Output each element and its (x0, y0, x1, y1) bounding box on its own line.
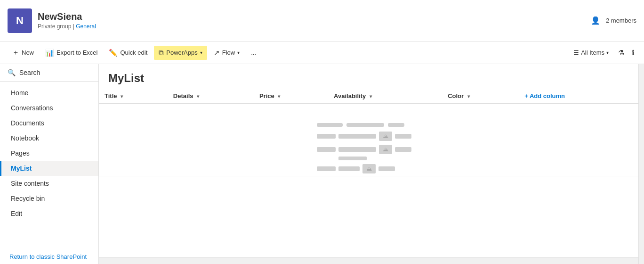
table-row: ⛰ ⛰ (99, 104, 638, 176)
site-header: N NewSiena Private group | General 👤 2 m… (0, 0, 644, 41)
info-icon[interactable]: ℹ (630, 47, 636, 59)
site-name: NewSiena (38, 11, 96, 22)
sidebar-item-label: Recycle bin (11, 195, 45, 202)
col-price[interactable]: Price ▾ (254, 89, 328, 104)
vertical-scrollbar[interactable] (638, 64, 644, 264)
sidebar-item-recycle-bin[interactable]: Recycle bin (0, 191, 98, 206)
sidebar-item-home[interactable]: Home (0, 85, 98, 100)
sidebar-nav: Home Conversations Documents Notebook Pa… (0, 82, 98, 249)
sort-icon: ▾ (197, 94, 199, 99)
sidebar-item-label: Notebook (11, 134, 39, 142)
members-label[interactable]: 2 members (606, 17, 636, 24)
main-layout: 🔍 Search Home Conversations Documents No… (0, 64, 644, 264)
excel-icon: 📊 (45, 49, 54, 57)
search-icon: 🔍 (8, 69, 16, 76)
site-info: NewSiena Private group | General (38, 11, 96, 30)
sidebar-item-label: MyList (11, 165, 32, 172)
sidebar-item-label: Conversations (11, 104, 53, 112)
list-table-container: Title ▾ Details ▾ Price ▾ Availability (99, 89, 638, 257)
col-details[interactable]: Details ▾ (168, 89, 254, 104)
flow-button[interactable]: ↗ Flow ▾ (209, 46, 244, 60)
quick-edit-label: Quick edit (120, 49, 147, 56)
site-meta: Private group | General (38, 23, 96, 30)
sidebar-item-label: Site contents (11, 180, 49, 187)
bottom-scrollbar[interactable] (99, 257, 638, 264)
quick-edit-button[interactable]: ✏️ Quick edit (104, 46, 152, 60)
all-items-button[interactable]: ☰ All Items ▾ (570, 47, 612, 58)
col-availability[interactable]: Availability ▾ (328, 89, 442, 104)
sidebar-item-documents[interactable]: Documents (0, 116, 98, 131)
sidebar-item-label: Pages (11, 149, 30, 157)
new-label: New (22, 49, 34, 56)
sidebar-item-mylist[interactable]: MyList (0, 161, 98, 176)
export-label: Export to Excel (56, 49, 97, 56)
search-label: Search (19, 69, 40, 76)
sort-icon: ▾ (467, 94, 470, 99)
sidebar-item-notebook[interactable]: Notebook (0, 131, 98, 146)
pencil-icon: ✏️ (109, 49, 118, 57)
all-items-lines-icon: ☰ (573, 49, 579, 56)
powerapps-label: PowerApps (166, 49, 197, 56)
sort-icon: ▾ (370, 94, 372, 99)
all-items-chevron-icon: ▾ (606, 50, 609, 55)
sidebar-item-label: Edit (11, 210, 22, 217)
toolbar: ＋ New 📊 Export to Excel ✏️ Quick edit ⧉ … (0, 41, 644, 64)
powerapps-chevron-icon: ▾ (200, 50, 202, 55)
flow-chevron-icon: ▾ (237, 50, 240, 55)
all-items-label: All Items (581, 49, 604, 56)
sidebar-item-label: Documents (11, 119, 44, 127)
flow-icon: ↗ (214, 49, 220, 57)
more-label: ... (251, 49, 256, 56)
new-button[interactable]: ＋ New (8, 45, 39, 60)
table-body: ⛰ ⛰ (99, 104, 638, 176)
classic-sharepoint-link[interactable]: Return to classic SharePoint (9, 253, 87, 260)
sidebar-item-label: Home (11, 89, 28, 97)
list-title: MyList (99, 64, 638, 89)
members-icon: 👤 (591, 16, 600, 25)
content-area: MyList Title ▾ Details ▾ Price (99, 64, 638, 264)
new-icon: ＋ (12, 48, 19, 57)
site-meta-link[interactable]: General (76, 23, 96, 30)
col-title[interactable]: Title ▾ (99, 89, 168, 104)
sidebar: 🔍 Search Home Conversations Documents No… (0, 64, 99, 264)
sidebar-item-pages[interactable]: Pages (0, 146, 98, 161)
col-color[interactable]: Color ▾ (442, 89, 519, 104)
filter-icon[interactable]: ⚗ (616, 47, 626, 59)
add-column-header[interactable]: + Add column (519, 89, 638, 104)
sort-icon: ▾ (121, 94, 123, 99)
flow-label: Flow (222, 49, 235, 56)
powerapps-button[interactable]: ⧉ PowerApps ▾ (154, 46, 207, 60)
header-right: 👤 2 members (591, 16, 636, 25)
export-to-excel-button[interactable]: 📊 Export to Excel (40, 46, 102, 60)
sidebar-item-edit[interactable]: Edit (0, 206, 98, 221)
toolbar-right: ☰ All Items ▾ ⚗ ℹ (570, 47, 636, 59)
powerapps-icon: ⧉ (159, 49, 164, 57)
site-icon: N (8, 8, 32, 33)
more-button[interactable]: ... (246, 46, 261, 59)
sidebar-search[interactable]: 🔍 Search (0, 64, 98, 82)
sidebar-item-site-contents[interactable]: Site contents (0, 176, 98, 191)
loading-graphic: ⛰ ⛰ (317, 123, 420, 176)
list-table: Title ▾ Details ▾ Price ▾ Availability (99, 89, 638, 176)
sidebar-footer: Return to classic SharePoint (0, 249, 98, 264)
sidebar-item-conversations[interactable]: Conversations (0, 100, 98, 116)
sort-icon: ▾ (278, 94, 280, 99)
table-header-row: Title ▾ Details ▾ Price ▾ Availability (99, 89, 638, 104)
